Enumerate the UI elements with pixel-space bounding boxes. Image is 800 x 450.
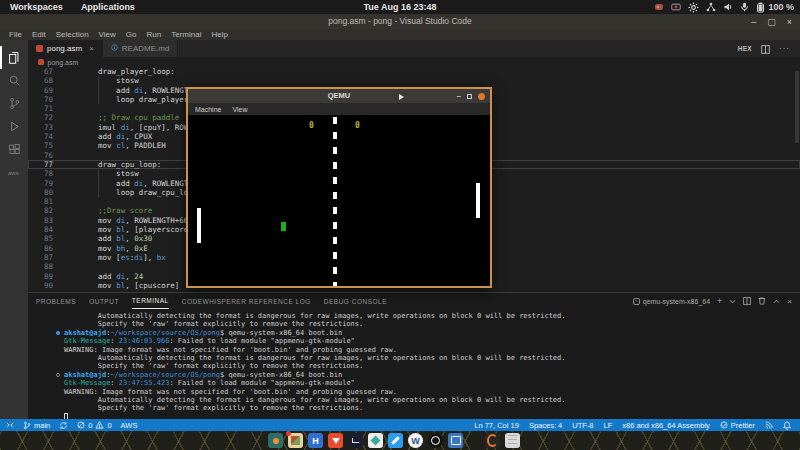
menu-selection[interactable]: Selection [51, 30, 94, 39]
taskbar-terminal-app-icon[interactable] [348, 433, 363, 448]
prettier-check-icon [720, 421, 728, 429]
cursor-position[interactable]: Ln 77, Col 19 [474, 421, 519, 430]
code-line-67[interactable]: 67 draw_player_loop: [28, 67, 800, 76]
kill-terminal-icon[interactable] [758, 296, 766, 306]
new-terminal-icon[interactable]: + [717, 296, 722, 306]
eol-sequence[interactable]: LF [603, 421, 612, 430]
indentation[interactable]: Spaces: 4 [529, 421, 562, 430]
command-decoration-icon[interactable] [56, 373, 60, 377]
terminal-line: Automatically detecting the format is da… [28, 312, 800, 320]
battery-indicator[interactable]: 100 % [756, 2, 794, 13]
close-panel-icon[interactable]: × [787, 297, 792, 306]
taskbar-brave-browser-icon[interactable] [328, 433, 343, 448]
qemu-menu-machine[interactable]: Machine [195, 106, 221, 113]
chevron-up-icon[interactable] [773, 298, 780, 305]
problems-item[interactable]: 0 0 [77, 421, 111, 430]
qemu-maximize-button[interactable] [467, 94, 472, 99]
close-tab-icon[interactable]: × [89, 44, 94, 53]
screen-record-icon[interactable] [671, 2, 681, 12]
taskbar-word-w-icon[interactable]: W [408, 433, 423, 448]
settings-gear-icon[interactable] [688, 2, 699, 13]
menu-go[interactable]: Go [121, 30, 142, 39]
hex-button[interactable]: HEX [738, 45, 752, 52]
language-mode[interactable]: x86 and x86_64 Assembly [622, 421, 710, 430]
menu-help[interactable]: Help [206, 30, 232, 39]
aws-status-item[interactable]: AWS [121, 421, 138, 430]
taskbar-screenshot-tool-icon[interactable] [268, 433, 283, 448]
breadcrumb-file[interactable]: pong.asm [48, 59, 79, 66]
search-icon[interactable] [0, 69, 28, 92]
taskbar-vscode-icon[interactable] [388, 433, 403, 448]
aws-icon[interactable]: aws [0, 161, 28, 184]
taskbar-notes-icon[interactable] [505, 433, 520, 448]
sync-icon[interactable] [59, 421, 68, 430]
taskbar-maps-icon[interactable] [288, 433, 303, 448]
qemu-minimize-button[interactable]: – [457, 91, 461, 101]
panel-tab-codewhisperer-reference-log[interactable]: CODEWHISPERER REFERENCE LOG [182, 294, 311, 309]
code-text [62, 262, 80, 271]
qemu-title-bar[interactable]: QEMU – [188, 89, 490, 103]
prettier-item[interactable]: Prettier [720, 421, 755, 430]
taskbar-app-h-icon[interactable]: H [308, 433, 323, 448]
command-decoration-icon[interactable] [56, 331, 60, 335]
panel-tab-terminal[interactable]: TERMINAL [132, 293, 169, 309]
menu-view[interactable]: View [94, 30, 121, 39]
panel-tab-output[interactable]: OUTPUT [89, 294, 119, 309]
extensions-icon[interactable] [0, 138, 28, 161]
panel-tab-problems[interactable]: PROBLEMS [36, 294, 76, 309]
editor-scrollbar[interactable] [795, 71, 799, 143]
terminal-line: Specify the 'raw' format explicitly to r… [28, 404, 800, 412]
minimize-button[interactable]: – [751, 17, 756, 27]
ball [281, 222, 286, 231]
qemu-close-button[interactable] [478, 93, 485, 100]
git-branch-item[interactable]: main [23, 421, 50, 430]
menu-terminal[interactable]: Terminal [166, 30, 206, 39]
panel-tab-debug-console[interactable]: DEBUG CONSOLE [324, 294, 387, 309]
warnings-count: 0 [107, 421, 111, 430]
network-nodes-icon[interactable] [706, 2, 716, 12]
menu-file[interactable]: File [4, 30, 27, 39]
menu-run[interactable]: Run [141, 30, 166, 39]
volume-icon[interactable] [723, 2, 733, 12]
taskbar-parrot-app-icon[interactable] [485, 433, 500, 448]
taskbar-media-player-icon[interactable] [448, 433, 463, 448]
tab-pong-asm[interactable]: pong.asm × [28, 40, 103, 57]
terminal-output[interactable]: Automatically detecting the format is da… [28, 312, 800, 419]
indent-guide [98, 86, 99, 95]
maximize-button[interactable]: ▢ [767, 17, 776, 27]
battery-percent: 100 % [768, 2, 794, 12]
menu-edit[interactable]: Edit [27, 30, 51, 39]
terminal-line: akshat@ajd:~/workspace/source/OS/pong$ q… [28, 329, 800, 337]
microphone-icon[interactable] [740, 2, 749, 12]
taskbar-boxes-icon[interactable] [368, 433, 383, 448]
code-text [62, 151, 80, 160]
split-terminal-icon[interactable] [743, 297, 751, 306]
qemu-menu-view[interactable]: View [232, 106, 247, 113]
code-line-68[interactable]: 68 stosw [28, 76, 800, 85]
taskbar-obs-studio-icon[interactable] [428, 433, 443, 448]
close-button[interactable]: × [787, 17, 792, 27]
qemu-window[interactable]: QEMU – Machine View 0 0 [186, 87, 492, 288]
remote-indicator[interactable] [6, 421, 14, 429]
notifications-icon[interactable] [654, 2, 664, 12]
tab-readme-md[interactable]: README.md [103, 40, 179, 57]
breadcrumb[interactable]: pong.asm [28, 57, 800, 67]
cast-icon[interactable] [765, 421, 773, 429]
encoding[interactable]: UTF-8 [572, 421, 593, 430]
terminal-text: akshat@ajd:~/workspace/source/OS/pong$ q… [64, 371, 342, 379]
vscode-menu-bar: FileEditSelectionViewGoRunTerminalHelp [0, 29, 800, 40]
chevron-down-icon[interactable] [729, 298, 736, 305]
explorer-icon[interactable] [0, 46, 28, 69]
bell-icon[interactable] [783, 421, 791, 430]
more-actions-icon[interactable]: ··· [779, 44, 790, 53]
run-debug-icon[interactable] [0, 115, 28, 138]
source-control-icon[interactable] [0, 92, 28, 115]
split-editor-icon[interactable] [761, 40, 770, 58]
asm-file-icon [36, 45, 43, 52]
pong-game-screen[interactable]: 0 0 [188, 115, 490, 286]
player-score: 0 [309, 121, 314, 130]
code-text: draw_cpu_loop: [62, 160, 161, 169]
qemu-menu-bar: Machine View [188, 103, 490, 115]
terminal-selector[interactable]: > qemu-system-x86_64 [633, 298, 710, 305]
line-number: 81 [28, 197, 62, 206]
